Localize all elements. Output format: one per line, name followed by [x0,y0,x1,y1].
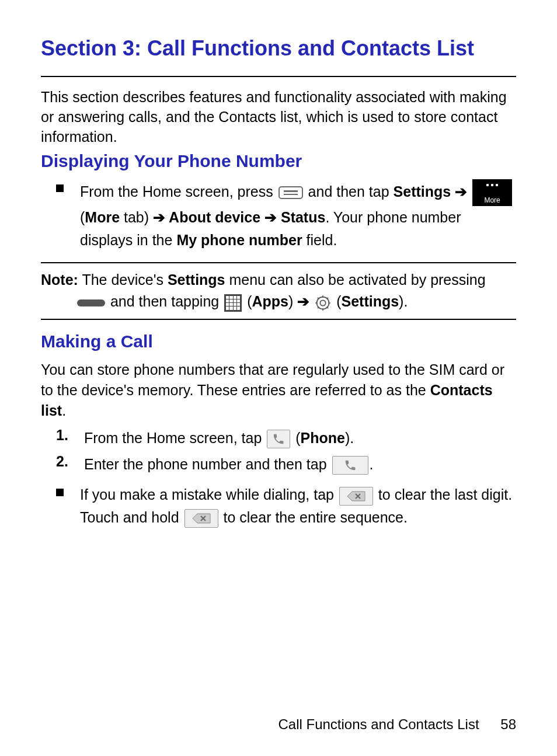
phone-app-icon [267,430,290,448]
bullet-display-phone: From the Home screen, press and then tap… [56,179,516,252]
backspace-icon [339,487,373,506]
footer-title: Call Functions and Contacts List [278,716,479,732]
arrow-icon: ➔ [455,183,471,200]
step-number: 1. [56,427,77,444]
backspace-icon [184,509,218,528]
my-phone-number-label: My phone number [176,232,302,248]
home-key-icon [77,299,105,306]
text: and then tapping [110,293,223,309]
more-tab-icon: More [472,179,512,206]
text: menu can also be activated by pressing [225,271,486,288]
svg-point-0 [321,300,326,305]
text: From the Home screen, tap [84,430,266,446]
bullet-mistake: If you make a mistake while dialing, tap… [56,483,516,529]
gear-icon [315,295,331,311]
square-bullet-icon [56,184,64,192]
menu-key-icon [278,186,303,199]
step-number: 2. [56,453,77,470]
step-1: 1. From the Home screen, tap (Phone). [56,427,516,450]
text: The device's [78,271,168,288]
step-body: Enter the phone number and then tap . [84,453,374,476]
more-icon-text: More [484,197,500,204]
section-title: Section 3: Call Functions and Contacts L… [41,35,516,61]
text: ) [288,293,293,309]
call-button-icon [332,456,368,475]
apps-label: Apps [252,293,288,309]
status-label: Status [281,209,325,225]
phone-label: Phone [301,430,345,446]
note-box: Note: The device's Settings menu can als… [41,262,516,320]
page-footer: Call Functions and Contacts List 58 [278,716,516,733]
arrow-icon: ➔ [297,293,314,309]
step-2: 2. Enter the phone number and then tap . [56,453,516,476]
text: . [62,402,66,419]
text: If you make a mistake while dialing, tap [80,486,338,503]
step-body: From the Home screen, tap (Phone). [84,427,354,450]
text: ). [345,430,354,446]
arrow-icon: ➔ [153,209,169,225]
text: ). [399,293,408,309]
subhead-making-call: Making a Call [41,332,516,351]
intro-paragraph: This section describes features and func… [41,88,516,147]
divider [41,76,516,77]
text: . [370,456,374,472]
text: From the Home screen, press [80,183,277,200]
arrow-icon: ➔ [264,209,281,225]
apps-grid-icon [224,294,242,312]
note-label: Note: [41,271,78,288]
square-bullet-icon [56,489,64,496]
settings-label: Settings [168,271,225,288]
bullet-body: If you make a mistake while dialing, tap… [80,483,516,529]
settings-label: Settings [394,183,451,200]
page-number: 58 [500,716,516,732]
settings-label: Settings [341,293,399,309]
making-call-intro: You can store phone numbers that are reg… [41,360,516,421]
text: to clear the entire sequence. [223,509,407,525]
text: ( [295,430,300,446]
text: Enter the phone number and then tap [84,456,331,472]
text: and then tap [308,183,394,200]
about-device-label: About device [169,209,260,225]
text: field. [302,232,337,248]
subhead-displaying: Displaying Your Phone Number [41,151,516,171]
text: tab) [120,209,153,225]
bullet-body: From the Home screen, press and then tap… [80,179,516,252]
more-label: More [85,209,120,225]
